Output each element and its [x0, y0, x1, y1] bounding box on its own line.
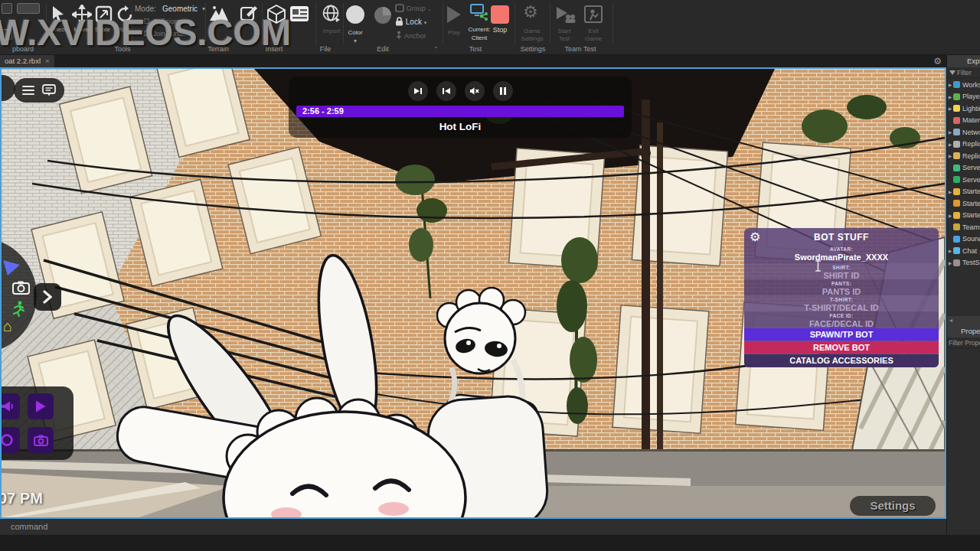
screenshot-camera-icon[interactable]: [28, 427, 54, 453]
team-test-start-label-1: Start: [558, 28, 571, 34]
tree-item-replicatedstorage[interactable]: ▶ReplicatedStorage: [947, 150, 980, 162]
chat-icon: [953, 247, 960, 254]
properties-panel-title[interactable]: Properties: [947, 325, 980, 337]
replicated-first-icon: [953, 141, 960, 148]
team-test-start-button[interactable]: [554, 5, 576, 24]
game-settings-label-1: Game: [524, 28, 541, 34]
record-circle-icon[interactable]: [0, 427, 20, 453]
stop-button[interactable]: [491, 5, 509, 24]
bot-stuff-panel: ⚙ BOT STUFF AVATAR: SwordmanPirate_XXXX …: [744, 228, 939, 367]
explorer-filter-input[interactable]: Filter: [947, 67, 980, 78]
tree-item-replicatedfirst[interactable]: ▶ReplicatedFirst: [947, 139, 980, 151]
play-emote-icon[interactable]: [28, 393, 54, 419]
tree-item-chat[interactable]: ▶Chat: [947, 245, 980, 257]
game-settings-pill-button[interactable]: Settings: [850, 496, 936, 516]
current-client-label-2: Client: [472, 34, 487, 41]
properties-filter-input[interactable]: Filter Properties: [947, 337, 980, 348]
catalog-accessories-button[interactable]: CATALOG ACCESSORIES: [744, 354, 939, 367]
test-service-icon: [953, 259, 960, 266]
explorer-panel-title[interactable]: Explorer: [947, 55, 980, 67]
face-field[interactable]: FACE ID: FACE/DECAL ID: [744, 311, 939, 328]
camera-icon[interactable]: [12, 281, 30, 295]
current-client-button[interactable]: [469, 3, 488, 23]
tree-item-startergui[interactable]: ▶StarterGui: [947, 186, 980, 198]
chat-bubble-icon[interactable]: [42, 84, 56, 96]
team-test-exit-label-2: Game: [585, 35, 602, 42]
test-group-label: Test: [469, 45, 482, 53]
workspace-icon: [953, 81, 960, 88]
team-test-group-label: Team Test: [565, 45, 596, 53]
skip-previous-button[interactable]: [436, 81, 456, 101]
sprint-runner-icon[interactable]: [11, 301, 26, 318]
tree-item-networkclient[interactable]: ▶NetworkClient: [947, 126, 980, 139]
network-client-icon: [953, 129, 960, 135]
avatar-field[interactable]: AVATAR: SwordmanPirate_XXXX: [744, 245, 939, 263]
properties-empty-area: [947, 348, 980, 534]
menu-hamburger-icon[interactable]: [22, 86, 34, 95]
music-player: 2:56 - 2:59 Hot LoFi: [289, 77, 632, 138]
command-bar-input[interactable]: command: [0, 519, 946, 534]
status-bar: [0, 534, 980, 551]
tree-item-lighting[interactable]: ▶Lighting: [947, 103, 980, 115]
avatar-input[interactable]: SwordmanPirate_XXXX: [744, 253, 939, 262]
explorer-tree: ▶Workspace ▶Players ▶Lighting MaterialSe…: [947, 78, 980, 269]
avatar-label: AVATAR:: [744, 245, 939, 253]
tree-item-teams[interactable]: Teams: [947, 221, 980, 233]
document-tab-bar: oat 2.2.rbxl× ⚙: [0, 55, 946, 67]
home-icon[interactable]: ⌂: [3, 318, 12, 334]
shirt-field[interactable]: SHIRT: SHIRT ID: [744, 263, 939, 279]
pants-field[interactable]: PANTS: PANTS ID: [744, 279, 939, 295]
tree-item-serverstorage[interactable]: ServerStorage: [947, 174, 980, 186]
face-label: FACE ID:: [744, 311, 939, 319]
edit-expander-icon[interactable]: ⌄: [433, 43, 439, 50]
explorer-hscrollbar[interactable]: ◂: [947, 316, 980, 325]
team-test-exit-button[interactable]: [583, 5, 603, 24]
tree-item-testservice[interactable]: ▶TestService: [947, 257, 980, 269]
game-settings-label-2: Settings: [521, 35, 544, 42]
tshirt-label: T-SHIRT:: [744, 295, 939, 303]
spawn-tp-bot-button[interactable]: SPAWN/TP BOT: [744, 328, 939, 341]
expand-chevron-button[interactable]: [34, 283, 61, 311]
game-viewport[interactable]: 2:56 - 2:59 Hot LoFi ⚙ BOT STUFF AVATAR:…: [0, 67, 946, 519]
settings-group-label: Settings: [521, 45, 546, 53]
tree-item-soundservice[interactable]: SoundService: [947, 233, 980, 246]
filter-funnel-icon: [949, 70, 956, 75]
starter-player-icon: [953, 212, 960, 219]
game-settings-button[interactable]: ⚙: [523, 4, 538, 21]
quick-actions-panel: [0, 386, 74, 460]
tree-item-workspace[interactable]: ▶Workspace: [947, 79, 980, 91]
watermark-text: WWW.XVIDEOS.COM: [0, 10, 417, 54]
megaphone-icon[interactable]: [0, 393, 20, 419]
right-dock-panel: Explorer Filter ▶Workspace ▶Players ▶Lig…: [946, 55, 980, 534]
game-clock: 07 PM: [0, 490, 43, 507]
tree-item-materialservice[interactable]: MaterialService: [947, 115, 980, 127]
bot-panel-title: BOT STUFF: [744, 232, 939, 243]
current-client-label-1: Current:: [469, 26, 491, 33]
tree-item-starterplayer[interactable]: ▶StarterPlayer: [947, 210, 980, 222]
replicated-storage-icon: [953, 152, 960, 159]
pause-button[interactable]: [493, 81, 513, 101]
stop-label: Stop: [493, 26, 508, 34]
emotes-icon[interactable]: [2, 257, 21, 277]
document-tab[interactable]: oat 2.2.rbxl×: [0, 55, 54, 67]
sound-service-icon: [953, 236, 960, 243]
song-progress-bar[interactable]: 2:56 - 2:59: [296, 106, 624, 117]
tshirt-field[interactable]: T-SHIRT: T-SHIRT/DECAL ID: [744, 295, 939, 311]
topbar-pill: [14, 78, 64, 103]
skip-next-button[interactable]: [408, 81, 428, 101]
remove-bot-button[interactable]: REMOVE BOT: [744, 341, 939, 354]
server-storage-icon: [953, 176, 960, 183]
viewport-settings-gear-icon[interactable]: ⚙: [933, 56, 942, 67]
play-label: Play: [448, 29, 460, 36]
mute-button[interactable]: [465, 81, 485, 101]
song-time-range: 2:56 - 2:59: [302, 106, 344, 116]
server-script-service-icon: [953, 165, 960, 171]
tree-item-starterpack[interactable]: StarterPack: [947, 197, 980, 210]
roblox-studio-window: Select Move Scale Rota Mode: Geometric ▾…: [0, 0, 980, 551]
tab-close-icon[interactable]: ×: [45, 57, 50, 65]
tree-item-players[interactable]: ▶Players: [947, 91, 980, 103]
shirt-label: SHIRT:: [744, 263, 939, 271]
tree-item-serverscriptservice[interactable]: ServerScriptService: [947, 162, 980, 174]
play-button[interactable]: [447, 6, 461, 23]
starter-gui-icon: [953, 188, 960, 195]
